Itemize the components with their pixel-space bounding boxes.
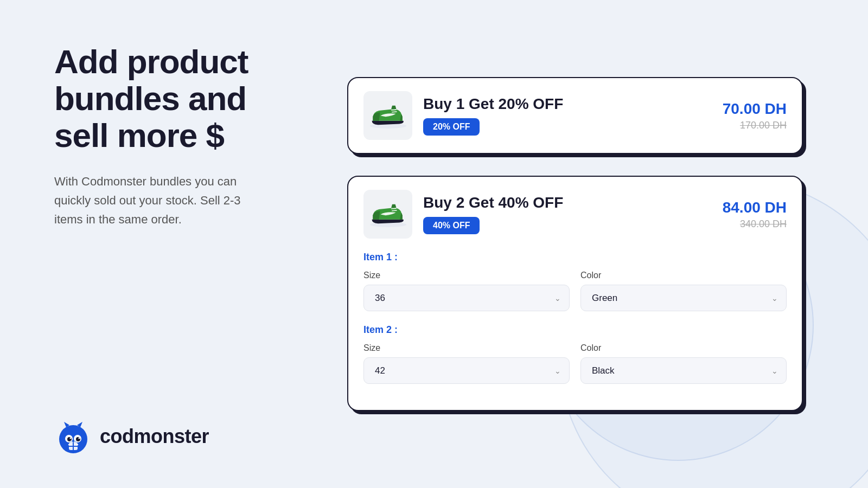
card-1-price-original: 170.00 DH (723, 120, 787, 131)
item-2-size-group: Size 36 37 38 39 40 41 42 (363, 343, 570, 384)
item-2-color-wrapper: Green Black White Red Blue ⌄ (580, 357, 787, 384)
item-1-color-select[interactable]: Green Black White Red Blue (580, 285, 787, 311)
item-1-color-group: Color Green Black White Red Blue ⌄ (580, 271, 787, 311)
page-layout: Add product bundles and sell more $ With… (0, 0, 868, 488)
product-image-2 (363, 190, 412, 239)
item-1-size-select[interactable]: 36 37 38 39 40 41 42 43 44 45 (363, 285, 570, 311)
item-2-size-select[interactable]: 36 37 38 39 40 41 42 43 44 45 (363, 357, 570, 384)
card-2-price: 84.00 DH 340.00 DH (723, 199, 787, 230)
item-1-color-wrapper: Green Black White Red Blue ⌄ (580, 285, 787, 311)
item-2-size-label: Size (363, 343, 570, 353)
svg-line-14 (392, 210, 397, 211)
svg-point-7 (79, 438, 80, 439)
svg-line-13 (391, 208, 396, 209)
item-1-size-group: Size 36 37 38 39 40 41 42 (363, 271, 570, 311)
item-1-section: Item 1 : Size 36 37 38 39 40 (363, 252, 787, 311)
item-2-color-select[interactable]: Green Black White Red Blue (580, 357, 787, 384)
card-1-badge: 20% OFF (423, 118, 480, 136)
card-1-title: Buy 1 Get 20% OFF (423, 95, 712, 113)
item-2-label: Item 2 : (363, 324, 787, 336)
left-panel: Add product bundles and sell more $ With… (0, 0, 315, 488)
subtext: With Codmonster bundles you can quickly … (54, 172, 260, 229)
card-1-info: Buy 1 Get 20% OFF 20% OFF (423, 95, 712, 136)
card-1-price: 70.00 DH 170.00 DH (723, 100, 787, 131)
card-2-title: Buy 2 Get 40% OFF (423, 194, 712, 211)
card-2-price-current: 84.00 DH (723, 199, 787, 216)
item-2-color-group: Color Green Black White Red Blue ⌄ (580, 343, 787, 384)
logo-area: codmonster (54, 418, 282, 455)
item-1-color-label: Color (580, 271, 787, 280)
card-2-info: Buy 2 Get 40% OFF 40% OFF (423, 194, 712, 234)
item-2-color-label: Color (580, 343, 787, 353)
card-2-body: Item 1 : Size 36 37 38 39 40 (363, 252, 787, 384)
card-2-header: Buy 2 Get 40% OFF 40% OFF 84.00 DH 340.0… (363, 190, 787, 239)
item-1-label: Item 1 : (363, 252, 787, 263)
logo-icon (54, 418, 92, 455)
card-bundle-2: Buy 2 Get 40% OFF 40% OFF 84.00 DH 340.0… (347, 176, 803, 411)
svg-line-10 (391, 110, 396, 110)
product-image-1 (363, 91, 412, 140)
right-panel: Buy 1 Get 20% OFF 20% OFF 70.00 DH 170.0… (315, 0, 868, 488)
item-1-size-wrapper: 36 37 38 39 40 41 42 43 44 45 (363, 285, 570, 311)
card-1-price-current: 70.00 DH (723, 100, 787, 118)
item-1-size-label: Size (363, 271, 570, 280)
left-content: Add product bundles and sell more $ With… (54, 43, 282, 229)
item-2-section: Item 2 : Size 36 37 38 39 40 (363, 324, 787, 384)
card-2-price-original: 340.00 DH (723, 219, 787, 230)
sneaker-icon-1 (368, 99, 409, 132)
svg-point-6 (70, 438, 72, 439)
item-2-selectors: Size 36 37 38 39 40 41 42 (363, 343, 787, 384)
headline: Add product bundles and sell more $ (54, 43, 282, 155)
logo-text: codmonster (100, 425, 209, 448)
card-bundle-1: Buy 1 Get 20% OFF 20% OFF 70.00 DH 170.0… (347, 77, 803, 154)
svg-line-11 (392, 112, 397, 112)
item-2-size-wrapper: 36 37 38 39 40 41 42 43 44 45 (363, 357, 570, 384)
sneaker-icon-2 (368, 198, 409, 230)
card-1-header: Buy 1 Get 20% OFF 20% OFF 70.00 DH 170.0… (363, 91, 787, 140)
card-2-badge: 40% OFF (423, 217, 480, 234)
item-1-selectors: Size 36 37 38 39 40 41 42 (363, 271, 787, 311)
